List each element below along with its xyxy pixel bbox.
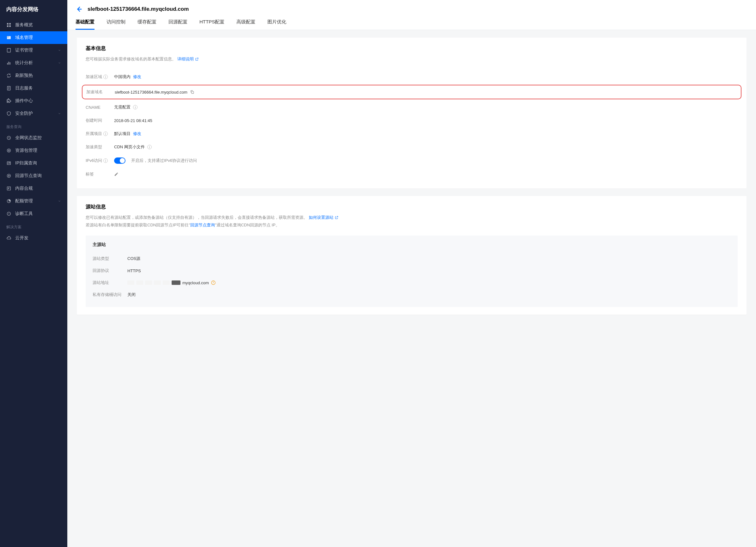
value: HTTPS	[127, 268, 141, 273]
svg-rect-1	[9, 23, 11, 25]
sidebar-item-label: 全网状态监控	[15, 135, 42, 141]
desc-text: 您可根据实际业务需求修改域名的基本配置信息。	[86, 57, 176, 61]
external-link-icon	[335, 215, 338, 222]
value: 2018-05-21 08:41:45	[114, 118, 152, 123]
sidebar-section-label: 服务查询	[0, 120, 67, 131]
sidebar-item[interactable]: 云开发	[0, 232, 67, 244]
sidebar-item-label: 刷新预热	[15, 73, 33, 78]
sidebar-item[interactable]: 诊断工具	[0, 207, 67, 220]
sidebar: 内容分发网络 服务概览域名管理证书管理统计分析刷新预热日志服务插件中心安全防护 …	[0, 0, 67, 547]
cloud-icon	[6, 235, 11, 240]
value: slefboot-1251736664.file.myqcloud.com	[115, 90, 187, 94]
row-ipv6: IPv6访问i 开启后，支持通过IPv6协议进行访问	[86, 154, 738, 167]
sidebar-item-label: 域名管理	[15, 35, 33, 40]
sidebar-item[interactable]: 统计分析	[0, 57, 67, 69]
dashboard-icon	[6, 22, 11, 27]
domain-icon	[6, 35, 11, 40]
row-domain: 加速域名 slefboot-1251736664.file.myqcloud.c…	[86, 88, 737, 95]
sidebar-menu: 服务概览域名管理证书管理统计分析刷新预热日志服务插件中心安全防护 服务查询 全网…	[0, 19, 67, 547]
sidebar-item-label: 插件中心	[15, 98, 33, 104]
card-title: 源站信息	[86, 203, 738, 210]
tab[interactable]: HTTPS配置	[199, 17, 224, 30]
info-icon[interactable]: i	[103, 75, 108, 79]
tab[interactable]: 高级配置	[236, 17, 255, 30]
sidebar-item[interactable]: 服务概览	[0, 19, 67, 31]
log-icon	[6, 86, 11, 91]
copy-icon[interactable]	[190, 90, 194, 94]
svg-rect-7	[7, 63, 8, 64]
ip-icon	[6, 161, 11, 166]
label: 创建时间	[86, 118, 102, 123]
sidebar-item[interactable]: 回源节点查询	[0, 169, 67, 182]
label: CNAME	[86, 105, 101, 110]
back-button[interactable]	[76, 6, 82, 13]
sidebar-item[interactable]: 插件中心	[0, 94, 67, 107]
shield-icon	[6, 111, 11, 116]
label: 加速域名	[86, 89, 103, 95]
sidebar-item[interactable]: 日志服务	[0, 82, 67, 94]
svg-rect-8	[9, 62, 9, 64]
sidebar-item[interactable]: 域名管理	[0, 31, 67, 44]
sidebar-item[interactable]: 刷新预热	[0, 69, 67, 82]
label: 所属项目	[86, 131, 102, 137]
label: 私有存储桶访问	[93, 292, 127, 298]
chevron-down-icon	[58, 60, 61, 65]
sidebar-item-label: 诊断工具	[15, 211, 33, 216]
chevron-down-icon	[58, 198, 61, 203]
tabs: 基础配置访问控制缓存配置回源配置HTTPS配置高级配置图片优化	[67, 17, 756, 30]
plugin-icon	[6, 98, 11, 103]
refresh-icon	[6, 73, 11, 78]
package-icon	[6, 148, 11, 153]
value: COS源	[127, 256, 140, 261]
sidebar-item[interactable]: 配额管理	[0, 195, 67, 207]
desc-text: 您可以修改已有源站配置，或添加热备源站（仅支持自有源），当回源请求失败后，会直接…	[86, 215, 308, 220]
desc-text: "通过域名查询CDN回源的节点 IP。	[215, 222, 280, 227]
cert-icon	[6, 48, 11, 53]
howto-link[interactable]: 如何设置源站	[309, 215, 338, 220]
modify-link[interactable]: 修改	[133, 131, 141, 137]
sidebar-item[interactable]: IP归属查询	[0, 157, 67, 169]
monitor-icon	[6, 135, 11, 140]
redacted-prefix	[127, 281, 180, 285]
info-icon[interactable]: i	[133, 105, 137, 109]
sidebar-item[interactable]: 内容合规	[0, 182, 67, 195]
sidebar-item[interactable]: 资源包管理	[0, 144, 67, 157]
tab[interactable]: 回源配置	[168, 17, 187, 30]
sidebar-item[interactable]: 全网状态监控	[0, 131, 67, 144]
svg-rect-9	[10, 62, 10, 64]
ipv6-toggle[interactable]	[114, 157, 125, 164]
warning-icon[interactable]	[211, 280, 216, 285]
detail-link[interactable]: 详细说明	[177, 57, 199, 61]
topbar: slefboot-1251736664.file.myqcloud.com	[67, 0, 756, 17]
tab[interactable]: 访问控制	[107, 17, 125, 30]
sidebar-item-label: 云开发	[15, 235, 28, 241]
info-icon[interactable]: i	[147, 145, 152, 149]
main: slefboot-1251736664.file.myqcloud.com 基础…	[67, 0, 756, 547]
sidebar-item-label: 日志服务	[15, 85, 33, 91]
diag-icon	[6, 211, 11, 216]
info-icon[interactable]: i	[103, 131, 108, 136]
label: IPv6访问	[86, 158, 102, 163]
tab[interactable]: 基础配置	[76, 17, 95, 30]
sidebar-item-label: 统计分析	[15, 60, 33, 66]
sidebar-item[interactable]: 证书管理	[0, 44, 67, 57]
value: CDN 网页小文件	[114, 144, 145, 150]
edit-icon[interactable]	[114, 172, 119, 176]
sidebar-item-label: 内容合规	[15, 185, 33, 191]
tab[interactable]: 缓存配置	[137, 17, 156, 30]
addr-suffix: myqcloud.com	[182, 281, 209, 285]
label: 加速类型	[86, 144, 102, 150]
basic-info-card: 基本信息 您可根据实际业务需求修改域名的基本配置信息。 详细说明 加速区域i 中…	[77, 38, 747, 188]
modify-link[interactable]: 修改	[133, 74, 141, 80]
row-project: 所属项目i 默认项目修改	[86, 127, 738, 140]
origin-info-card: 源站信息 您可以修改已有源站配置，或添加热备源站（仅支持自有源），当回源请求失败…	[77, 196, 747, 315]
node-query-link[interactable]: 回源节点查询	[190, 222, 215, 227]
info-icon[interactable]: i	[103, 158, 108, 163]
card-title: 基本信息	[86, 45, 738, 52]
sidebar-item[interactable]: 安全防护	[0, 107, 67, 120]
row-origin-type: 源站类型 COS源	[93, 252, 731, 264]
tab[interactable]: 图片优化	[267, 17, 286, 30]
value: 中国境内	[114, 74, 131, 80]
value: 关闭	[127, 292, 136, 298]
row-origin-protocol: 回源协议 HTTPS	[93, 264, 731, 277]
